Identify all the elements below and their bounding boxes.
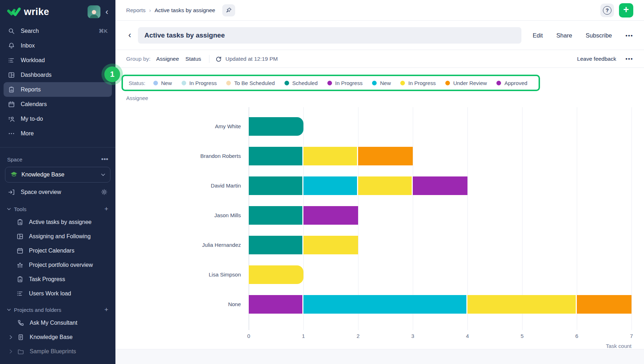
tool-item-label: Task Progress [29, 276, 65, 283]
space-selector[interactable]: Knowledge Base [5, 167, 110, 183]
legend-item[interactable]: To Be Scheduled [226, 80, 274, 86]
calendar-icon [8, 101, 16, 108]
tool-item[interactable]: Active tasks by assignee [0, 215, 115, 229]
sidebar-header: wrike ‹ [0, 0, 115, 24]
sidebar-item-space-overview[interactable]: Space overview [0, 185, 115, 199]
bar-segment[interactable] [358, 176, 413, 195]
bar-segment[interactable] [249, 265, 303, 284]
chevron-down-icon[interactable] [7, 208, 11, 210]
bar-segment[interactable] [303, 295, 467, 314]
assignee-label: David Martin [115, 183, 249, 189]
bar-stack [249, 206, 631, 225]
sidebar-item-reports[interactable]: Reports [4, 82, 112, 97]
bar-segment[interactable] [413, 176, 467, 195]
bar-segment[interactable] [249, 206, 303, 225]
breadcrumb-reports-link[interactable]: Reports [126, 7, 145, 14]
legend-item[interactable]: Under Review [445, 80, 487, 86]
bar-segment[interactable] [577, 295, 631, 314]
bar-segment[interactable] [249, 147, 303, 165]
legend-item[interactable]: New [372, 80, 391, 86]
workload-icon [8, 57, 16, 64]
chevron-right-icon[interactable] [9, 349, 16, 354]
legend-item[interactable]: In Progress [400, 80, 436, 86]
space-name: Knowledge Base [21, 171, 64, 178]
wrike-logo[interactable]: wrike [7, 6, 49, 18]
create-button[interactable]: + [619, 3, 633, 18]
group-by-assignee[interactable]: Assignee [156, 56, 179, 62]
tool-item[interactable]: Task Progress [0, 272, 115, 286]
title-more-button[interactable]: ••• [625, 33, 633, 39]
x-tick-label: 1 [296, 333, 311, 339]
gridline [631, 107, 632, 330]
project-item[interactable]: Sample Blueprints [0, 344, 115, 359]
sidebar-item-inbox[interactable]: Inbox [0, 38, 115, 53]
sidebar-item-label: Reports [21, 86, 41, 93]
bar-stack [249, 117, 631, 136]
refresh-icon[interactable] [215, 55, 222, 62]
projects-section-label: Projects and folders [14, 307, 61, 313]
legend-item[interactable]: In Progress [182, 80, 217, 86]
tool-item[interactable]: Users Work load [0, 286, 115, 301]
legend-item-label: New [161, 80, 172, 86]
group-by-label: Group by: [126, 56, 150, 62]
pin-button[interactable] [222, 4, 235, 16]
bar-stack [249, 265, 631, 284]
legend-item[interactable]: Approved [496, 80, 527, 86]
collapse-sidebar-button[interactable]: ‹ [105, 7, 109, 17]
legend-item[interactable]: Scheduled [284, 80, 318, 86]
toolbar-more-button[interactable]: ••• [625, 56, 633, 62]
sidebar-item-workload[interactable]: Workload [0, 53, 115, 68]
add-tool-button[interactable]: + [104, 205, 108, 213]
share-button[interactable]: Share [556, 32, 572, 39]
tool-item[interactable]: Assigning and Following [0, 229, 115, 244]
gear-icon[interactable] [101, 189, 108, 195]
space-section-header: Space ••• [0, 153, 115, 165]
tool-item[interactable]: Project Calendars [0, 244, 115, 258]
breadcrumb-current: Active tasks by assignee [154, 7, 215, 14]
subscribe-button[interactable]: Subscribe [586, 32, 612, 39]
sidebar-item-my-to-do[interactable]: My to-do [0, 111, 115, 126]
legend-item-label: Under Review [453, 80, 487, 86]
status-legend: Status: NewIn ProgressTo Be ScheduledSch… [122, 75, 540, 91]
bar-segment[interactable] [303, 147, 358, 165]
sidebar-item-more[interactable]: More [0, 126, 115, 141]
tool-item[interactable]: Project portfolio overview [0, 258, 115, 272]
sidebar-item-calendars[interactable]: Calendars [0, 97, 115, 111]
user-avatar[interactable] [88, 5, 100, 18]
leave-feedback-button[interactable]: Leave feedback [577, 56, 616, 62]
bar-segment[interactable] [358, 147, 413, 165]
chevron-down-icon [101, 174, 105, 176]
sidebar-item-search[interactable]: Search⌘K [0, 24, 115, 38]
bar-segment[interactable] [249, 176, 303, 195]
report-title-input[interactable]: Active tasks by assignee [138, 27, 521, 44]
bar-segment[interactable] [249, 117, 303, 136]
legend-item[interactable]: In Progress [327, 80, 363, 86]
chart-rows: Amy WhiteBrandon RobertsDavid MartinJaso… [115, 111, 631, 319]
add-project-button[interactable]: + [104, 306, 108, 314]
x-axis-title: Task count [249, 343, 631, 349]
back-button[interactable]: ‹ [128, 31, 131, 39]
chart-row: Lisa Simpson [115, 260, 631, 289]
bar-segment[interactable] [303, 236, 358, 254]
chevron-right-icon[interactable] [9, 335, 16, 339]
chevron-down-icon[interactable] [7, 309, 11, 311]
sidebar-item-dashboards[interactable]: Dashboards [0, 68, 115, 82]
bar-segment[interactable] [249, 295, 303, 314]
project-item[interactable]: Knowledge Base [0, 330, 115, 344]
legend-item[interactable]: New [153, 80, 172, 86]
bar-segment[interactable] [303, 176, 358, 195]
bar-segment[interactable] [467, 295, 577, 314]
bar-segment[interactable] [303, 206, 358, 225]
group-by-status[interactable]: Status [185, 56, 201, 62]
legend-color-dot [327, 81, 332, 85]
space-more-button[interactable]: ••• [101, 155, 108, 163]
report-chart-icon [8, 86, 16, 93]
logo-text: wrike [24, 6, 49, 18]
help-button[interactable]: ? [600, 4, 614, 17]
legend-color-dot [400, 81, 405, 85]
bar-segment[interactable] [249, 236, 303, 254]
project-item[interactable]: Ask My Consultant [0, 316, 115, 330]
bar-stack [249, 147, 631, 165]
edit-button[interactable]: Edit [532, 32, 543, 39]
sidebar-item-label: My to-do [21, 116, 43, 122]
